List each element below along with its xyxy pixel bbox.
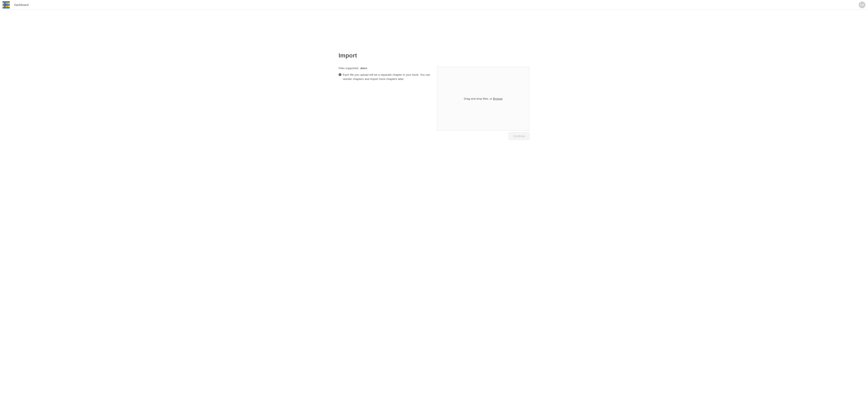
file-dropzone[interactable]: Drag and drop files, or Browse [437,67,529,131]
files-supported-label: Files supported: [339,67,360,70]
svg-rect-3 [3,5,10,7]
app-header: Dashboard DM [0,0,868,10]
import-body: Files supported: .docx Each file you upl… [339,67,529,140]
user-avatar[interactable]: DM [859,1,865,8]
nav-dashboard-link[interactable]: Dashboard [14,3,29,7]
svg-rect-5 [4,1,5,8]
files-supported-text: Files supported: .docx [339,67,431,70]
app-logo-icon[interactable] [3,1,10,8]
files-supported-ext: .docx [360,67,367,70]
main-content: Import Files supported: .docx Each file … [0,10,868,140]
dropzone-text: Drag and drop files, or Browse [464,97,502,100]
action-row: Continue [437,132,529,140]
dropzone-hint: Drag and drop files, or [464,97,493,100]
info-icon [339,73,342,76]
continue-button[interactable]: Continue [509,132,529,140]
info-note: Each file you upload will be a separate … [339,73,431,81]
svg-rect-7 [340,74,340,75]
svg-rect-0 [3,1,10,3]
svg-point-8 [340,74,340,74]
dropzone-column: Drag and drop files, or Browse Continue [437,67,529,140]
svg-rect-1 [3,3,10,4]
svg-rect-4 [3,7,10,8]
browse-link[interactable]: Browse [493,97,502,100]
import-container: Import Files supported: .docx Each file … [339,52,529,140]
page-title: Import [339,52,529,59]
header-left: Dashboard [3,1,29,8]
info-note-text: Each file you upload will be a separate … [343,73,431,81]
import-info-column: Files supported: .docx Each file you upl… [339,67,431,140]
